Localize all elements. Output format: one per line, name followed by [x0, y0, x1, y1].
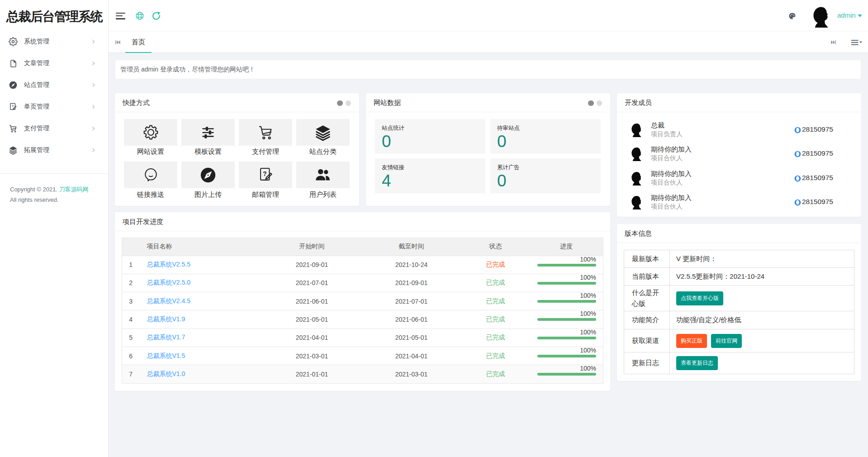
svg-text:?: ?	[263, 170, 267, 177]
svg-text:?: ?	[11, 104, 14, 108]
